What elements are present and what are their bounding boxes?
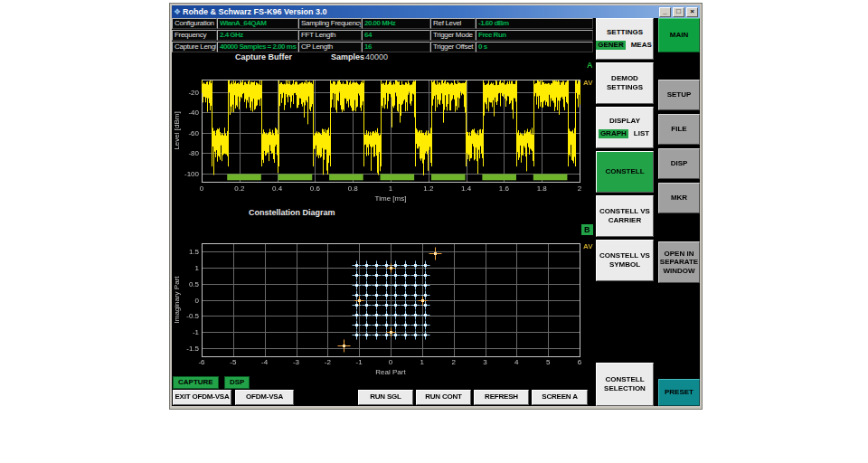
trigger-offset-value: 0 s: [476, 42, 593, 52]
maximize-button[interactable]: □: [673, 7, 684, 17]
softkey-constell-vs-carrier[interactable]: CONSTELL VS CARRIER: [596, 195, 654, 237]
main-button[interactable]: MAIN: [658, 18, 700, 52]
exit-ofdm-vsa-button[interactable]: EXIT OFDM-VSA: [173, 390, 231, 405]
trigger-offset-label: Trigger Offset: [430, 42, 476, 52]
setup-button[interactable]: SETUP: [658, 80, 700, 110]
configuration-label: Configuration: [172, 18, 217, 29]
app-icon: ❖: [174, 6, 181, 17]
disp-button[interactable]: DISP: [658, 148, 700, 179]
file-button[interactable]: FILE: [658, 114, 700, 145]
softkey-display[interactable]: DISPLAY GRAPH LIST: [596, 107, 654, 148]
samples-label: Samples: [331, 52, 364, 61]
tab-graph[interactable]: GRAPH: [599, 129, 628, 138]
ref-level-value: -1.60 dBm: [476, 18, 593, 29]
softkey-demod-settings-label: DEMOD SETTINGS: [597, 74, 653, 91]
softkey-settings[interactable]: SETTINGS GENER MEAS: [596, 18, 654, 60]
configuration-value: WlanA_64QAM: [217, 18, 298, 29]
constellation-chart: [172, 221, 588, 385]
trace-average-indicator-a: AV: [583, 79, 593, 87]
softkey-constell-vs-carrier-label: CONSTELL VS CARRIER: [597, 207, 653, 224]
softkey-constell[interactable]: CONSTELL: [596, 151, 654, 193]
softkey-constell-selection-label: CONSTELL SELECTION: [597, 375, 653, 392]
fft-length-value: 64: [362, 30, 430, 41]
window-titlebar: ❖ Rohde & Schwarz FS-K96 Version 3.0 _ □…: [172, 5, 700, 18]
frequency-value: 2.4 GHz: [217, 30, 298, 41]
trigger-mode-label: Trigger Mode: [430, 30, 476, 41]
app-window: ❖ Rohde & Schwarz FS-K96 Version 3.0 _ □…: [169, 3, 703, 410]
mkr-button[interactable]: MKR: [658, 183, 700, 213]
tab-gener[interactable]: GENER: [596, 41, 625, 50]
cp-length-label: CP Length: [298, 42, 362, 52]
fft-length-label: FFT Length: [298, 30, 362, 41]
ref-level-label: Ref Level: [430, 18, 476, 29]
capture-buffer-title: Capture Buffer: [235, 52, 292, 61]
capture-buffer-chart: [172, 61, 588, 206]
capture-length-value: 40000 Samples = 2.00 ms: [217, 42, 298, 52]
capture-length-label: Capture Length: [172, 42, 217, 52]
client-area: Configuration WlanA_64QAM Sampling Frequ…: [172, 18, 700, 406]
softkey-demod-settings[interactable]: DEMOD SETTINGS: [596, 62, 654, 104]
preset-button[interactable]: PRESET: [658, 379, 700, 406]
constellation-title: Constellation Diagram: [249, 208, 335, 217]
run-cont-button[interactable]: RUN CONT: [416, 390, 471, 405]
cp-length-value: 16: [362, 42, 430, 52]
softkey-constell-vs-symbol-label: CONSTELL VS SYMBOL: [597, 251, 653, 269]
parameter-header: Configuration WlanA_64QAM Sampling Frequ…: [172, 18, 593, 52]
ofdm-vsa-button[interactable]: OFDM-VSA: [235, 390, 294, 405]
trace-average-indicator-b: AV: [583, 242, 593, 250]
softkey-constell-selection[interactable]: CONSTELL SELECTION: [596, 363, 654, 406]
sampling-frequency-value: 20.00 MHz: [362, 18, 430, 29]
screen-a-button[interactable]: SCREEN A: [532, 390, 588, 405]
softkey-constell-label: CONSTELL: [605, 167, 644, 176]
softkey-constell-vs-symbol[interactable]: CONSTELL VS SYMBOL: [596, 240, 654, 281]
run-sgl-button[interactable]: RUN SGL: [358, 390, 413, 405]
open-in-separate-window-button[interactable]: OPEN IN SEPARATE WINDOW: [658, 241, 700, 283]
frequency-label: Frequency: [172, 30, 217, 41]
samples-value: 40000: [365, 52, 388, 61]
tab-meas[interactable]: MEAS: [629, 41, 654, 50]
softkey-display-label: DISPLAY: [609, 117, 640, 126]
dsp-status-indicator: DSP: [224, 376, 250, 389]
softkey-settings-label: SETTINGS: [607, 28, 643, 37]
screen-b-indicator: B: [581, 224, 593, 235]
close-button[interactable]: ×: [686, 7, 698, 17]
window-title: Rohde & Schwarz FS-K96 Version 3.0: [183, 7, 657, 16]
capture-status-indicator: CAPTURE: [173, 376, 219, 389]
minimize-button[interactable]: _: [659, 7, 671, 17]
screen-a-indicator: A: [587, 61, 593, 70]
tab-list[interactable]: LIST: [632, 129, 651, 138]
desktop-background: ❖ Rohde & Schwarz FS-K96 Version 3.0 _ □…: [0, 0, 868, 463]
refresh-button[interactable]: REFRESH: [474, 390, 529, 405]
trigger-mode-value: Free Run: [476, 30, 593, 41]
sampling-frequency-label: Sampling Frequency: [298, 18, 362, 29]
